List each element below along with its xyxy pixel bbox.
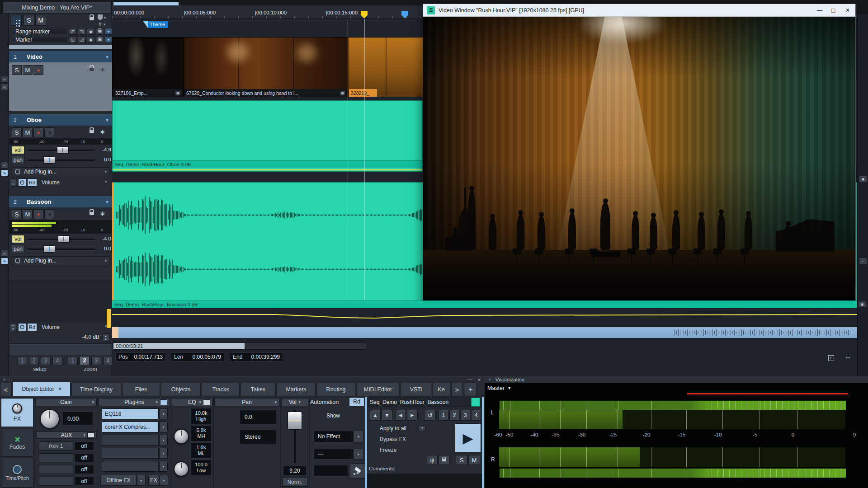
plugin-slot-3-dropdown[interactable]: ▾	[159, 435, 168, 446]
dock-tab-objects[interactable]: Objects	[161, 383, 201, 396]
range-color-icon[interactable]: ◆	[87, 28, 95, 35]
oboe-volume-line[interactable]	[113, 169, 422, 170]
chevron-down-icon[interactable]: ▾	[299, 400, 301, 404]
aux-send-1-name[interactable]: Rev 1	[39, 441, 73, 450]
automation-icon[interactable]: ∿	[1, 84, 8, 90]
viz-header[interactable]: + Visualization	[485, 376, 868, 383]
minimize-icon[interactable]: —	[813, 7, 826, 14]
dock-tab-vsti[interactable]: VSTi	[401, 383, 431, 396]
range-dropdown[interactable]: ▾	[105, 28, 112, 35]
aux-send-2-value[interactable]: off	[74, 453, 94, 462]
offline-fx-dropdown[interactable]: ▾	[137, 475, 146, 486]
vol-chip[interactable]: vol	[12, 146, 24, 154]
automation-effect-dropdown[interactable]: ▾	[354, 431, 363, 442]
tab-scroll-left[interactable]: <	[0, 383, 12, 396]
dock-tab-routing[interactable]: Routing	[316, 383, 355, 396]
monitor-button[interactable]: ◄	[44, 209, 54, 219]
chevron-down-icon[interactable]: ▾	[106, 54, 108, 60]
mute-button[interactable]: M	[23, 65, 33, 75]
automation-effect-select[interactable]: No Effect	[314, 431, 354, 442]
track-collapse-icon[interactable]: ≈	[1, 250, 8, 257]
chevron-down-icon[interactable]: ▾	[104, 169, 107, 174]
draw-automation-button[interactable]	[350, 463, 365, 479]
range-lock-icon[interactable]	[96, 28, 104, 35]
zoom-2-button[interactable]: 2	[80, 356, 90, 365]
close-icon[interactable]: ×	[58, 386, 61, 392]
tab-mixing-demo[interactable]: Mixing Demo - You Are.VIP*	[3, 1, 111, 14]
marker-set-icon[interactable]: ◺	[69, 36, 77, 43]
lane-power-button[interactable]	[18, 323, 26, 331]
tab-add-button[interactable]: +	[465, 383, 476, 396]
dock-minimize-icon[interactable]: —	[467, 376, 472, 382]
apply-dropdown[interactable]: ▾	[419, 425, 426, 431]
rail-icon[interactable]: ≈	[859, 258, 867, 265]
chevron-down-icon[interactable]: ▾	[156, 400, 158, 404]
clip-indicator[interactable]	[687, 393, 848, 394]
chevron-down-icon[interactable]: ▾	[105, 179, 107, 184]
object-color-swatch[interactable]	[471, 398, 480, 407]
chevron-down-icon[interactable]: ▾	[92, 400, 94, 404]
plugins-section-header[interactable]: Plug-ins ▾	[99, 398, 170, 406]
maximize-icon[interactable]: □	[826, 7, 840, 14]
video-clip-2[interactable]	[184, 38, 348, 97]
aux-send-1-value[interactable]: off	[74, 441, 94, 450]
gain-section-header[interactable]: Gain ▾	[35, 398, 97, 406]
dock-tab-midi-editor[interactable]: MIDI Editor	[356, 383, 400, 396]
add-plugin-row[interactable]: Add Plug-in... ▾	[12, 256, 109, 265]
aux-send-3-value[interactable]: off	[74, 465, 94, 474]
fx-star-icon[interactable]: ∗	[99, 127, 105, 136]
plugin-slot-4[interactable]	[102, 448, 159, 459]
lock-icon[interactable]	[90, 17, 94, 20]
marker-dropdown[interactable]: ▾	[105, 36, 112, 43]
range-end-icon[interactable]: ◹	[78, 28, 86, 35]
plugin-slot-5[interactable]	[102, 461, 159, 472]
pan-chip[interactable]: pan	[12, 156, 24, 164]
range-start-icon[interactable]: ◸	[69, 28, 77, 35]
marker-label[interactable]: Marker	[13, 36, 68, 43]
automation-value-field[interactable]	[314, 465, 348, 477]
dock-tab-object-editor[interactable]: Object Editor ×	[13, 382, 71, 396]
zoom-3-button[interactable]: 3	[91, 356, 101, 365]
automation-curve-icon[interactable]: ∿	[1, 169, 8, 176]
plugin-slot-1-dropdown[interactable]: ▾	[159, 408, 168, 419]
aux-toggle[interactable]	[87, 432, 94, 438]
aux-send-4-name[interactable]	[39, 477, 73, 486]
object-solo-button[interactable]: S	[456, 455, 467, 465]
setup-2-button[interactable]: 2	[29, 356, 39, 365]
normalize-button[interactable]: Norm.	[282, 478, 307, 487]
object-up-button[interactable]: ▲	[370, 410, 381, 421]
fx-button[interactable]: FX	[148, 475, 159, 486]
close-icon[interactable]: ×	[840, 6, 855, 14]
track-collapse-icon[interactable]: ≈	[1, 162, 8, 169]
video-clip-strip[interactable]: 327106_Emp... ▣ 67620_Conductor looking …	[112, 37, 423, 97]
lane-add-remove[interactable]: −+	[10, 323, 16, 331]
chevron-down-icon[interactable]: ▾	[199, 400, 201, 404]
lane-power-button[interactable]	[18, 178, 26, 187]
lock-icon[interactable]	[90, 68, 94, 71]
add-plugin-row[interactable]: Add Plug-in... ▾	[12, 167, 109, 176]
dock-tab-time-display[interactable]: Time Display	[71, 383, 121, 396]
track-header-oboe[interactable]: 1 Oboe ▾	[9, 114, 112, 126]
record-button[interactable]: ●	[33, 65, 43, 75]
marker-lock-icon[interactable]	[96, 36, 104, 43]
chevron-down-icon[interactable]: ▾	[106, 199, 108, 205]
len-field[interactable]: Len 0:00:05:079	[171, 352, 224, 361]
fx-star-icon[interactable]: ∗	[99, 209, 105, 218]
vol-section-header[interactable]: Vol ▾	[281, 398, 308, 406]
plugins-toggle[interactable]	[160, 399, 167, 405]
plugin-slot-3[interactable]	[102, 435, 159, 446]
vol-value[interactable]: 9.20	[283, 466, 307, 476]
pan-section-header[interactable]: Pan ▾	[214, 398, 279, 406]
lane-read-button[interactable]: Rd	[27, 323, 37, 331]
aux-header[interactable]: AUX ▾	[36, 432, 97, 439]
phase-button[interactable]: φ	[427, 455, 438, 465]
dock-tab-takes[interactable]: Takes	[241, 383, 276, 396]
aux-send-3-name[interactable]	[39, 465, 73, 474]
object-undo-button[interactable]: ↺	[424, 410, 436, 421]
plugin-slot-2[interactable]: coreFX Compres...	[102, 422, 159, 432]
solo-button[interactable]: S	[12, 127, 22, 137]
pan-chip[interactable]: pan	[12, 245, 24, 253]
vol-fader-handle[interactable]	[288, 412, 302, 430]
oe-tool-timepitch[interactable]: Time/Pitch	[1, 458, 33, 488]
track-header-bassoon[interactable]: 2 Bassoon ▾	[9, 196, 112, 207]
